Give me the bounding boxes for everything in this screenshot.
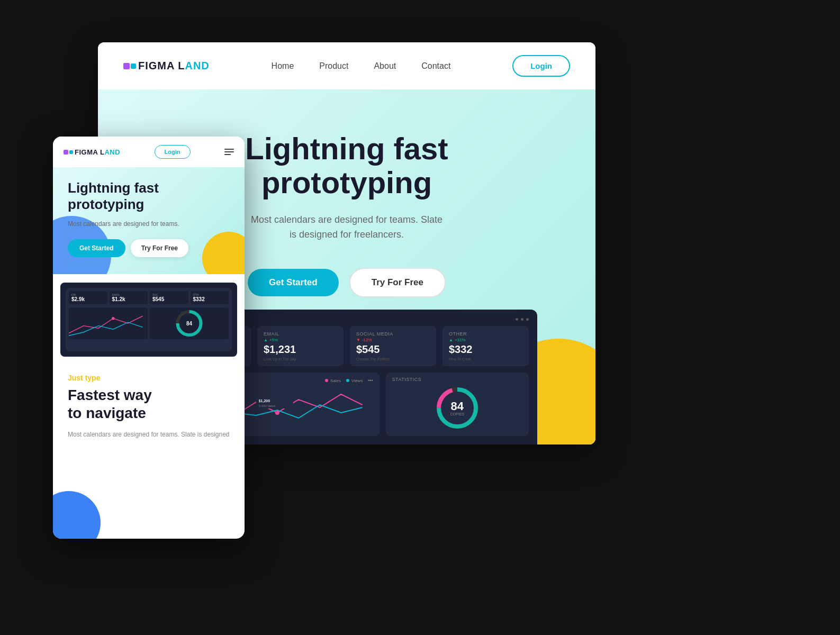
mobile-login-button[interactable]: Login: [155, 145, 191, 159]
chart-more-icon[interactable]: •••: [368, 378, 373, 383]
logo-purple-square: [123, 63, 130, 69]
chart-legend: Sales Views •••: [325, 378, 373, 383]
dot-3: [526, 318, 529, 321]
donut-text: 84 COPIES: [450, 401, 464, 416]
donut-title: STATISTICS: [392, 377, 422, 382]
up-arrow-icon: ▲: [449, 338, 453, 342]
stat-email-change: ▲ +5%: [264, 338, 337, 342]
legend-views: Views: [346, 378, 363, 383]
mobile-chart-row: 84: [66, 307, 232, 342]
mobile-hero-subtitle: Most calendars are designed for teams.: [68, 219, 184, 229]
mobile-dash-stats: DIR $2.9k EMAIL $1.2k SOC $545 OTH $332: [66, 288, 232, 307]
nav-item-product[interactable]: Product: [319, 61, 348, 71]
svg-text:5,032 views: 5,032 views: [259, 404, 276, 407]
mobile-browser-window: FIGMA LAND Login Lightning fast prototyp…: [53, 137, 245, 539]
nav-item-about[interactable]: About: [374, 61, 396, 71]
logo-icon: [123, 63, 136, 69]
views-legend-dot: [346, 379, 349, 382]
mobile-line-chart: [69, 307, 148, 339]
stat-social-sublabel: Choose The Perfect: [356, 357, 430, 361]
main-nav: FIGMA LAND Home Product About Contact Lo…: [98, 42, 595, 89]
nav-item-contact[interactable]: Contact: [421, 61, 450, 71]
mobile-stat-1: DIR $2.9k: [69, 291, 107, 304]
main-login-button[interactable]: Login: [512, 55, 570, 77]
stat-social-value: $545: [356, 343, 430, 356]
up-arrow-icon: ▲: [264, 338, 268, 342]
mobile-section-title: Fastest way to navigate: [68, 386, 230, 422]
mobile-logo-accent: AND: [104, 148, 120, 156]
stat-email-sublabel: Look Up In The Sky: [264, 357, 337, 361]
get-started-button[interactable]: Get Started: [248, 269, 339, 296]
mobile-dash-inner: DIR $2.9k EMAIL $1.2k SOC $545 OTH $332: [66, 288, 232, 351]
try-free-button[interactable]: Try For Free: [349, 268, 446, 297]
donut-number: 84: [450, 401, 464, 412]
stat-social-change: ▼ -12%: [356, 338, 430, 342]
mobile-hero: Lightning fast prototyping Most calendar…: [53, 167, 245, 274]
mobile-stat-4: OTH $332: [191, 291, 229, 304]
mobile-stat-3: SOC $545: [150, 291, 188, 304]
mobile-logo-icon: [64, 150, 73, 155]
stat-social: SOCIAL MEDIA ▼ -12% $545 Choose The Perf…: [350, 326, 436, 366]
mobile-stat-2: EMAIL $1.2k: [110, 291, 148, 304]
mobile-dashboard-preview: DIR $2.9k EMAIL $1.2k SOC $545 OTH $332: [60, 283, 237, 357]
mobile-hero-title: Lightning fast prototyping: [68, 180, 230, 213]
stat-other-value: $332: [449, 343, 522, 356]
donut-copies-label: COPIES: [450, 412, 464, 416]
logo-text-accent: AND: [185, 60, 209, 71]
svg-text:84: 84: [186, 321, 193, 326]
down-arrow-icon: ▼: [356, 338, 360, 342]
svg-point-10: [112, 317, 115, 320]
mobile-bottom-blue-blob: [53, 491, 101, 539]
logo-cyan-square: [131, 64, 136, 69]
mobile-try-free-button[interactable]: Try For Free: [131, 239, 188, 257]
mobile-logo-text: FIGMA LAND: [75, 148, 120, 156]
stat-other-sublabel: How To Cook: [449, 357, 522, 361]
stat-email-label: EMAIL: [264, 331, 337, 337]
menu-line-1: [224, 149, 234, 150]
mobile-donut-svg: 84: [150, 307, 229, 339]
logo-text: FIGMA LAND: [138, 60, 210, 72]
svg-point-3: [275, 411, 279, 415]
mobile-donut-mini: 84: [150, 307, 229, 339]
nav-item-home[interactable]: Home: [272, 61, 294, 71]
dot-2: [521, 318, 523, 321]
menu-line-2: [224, 151, 234, 152]
stat-other: OTHER ▲ +31% $332 How To Cook: [442, 326, 529, 366]
stat-other-change: ▲ +31%: [449, 338, 522, 342]
mobile-hero-buttons: Get Started Try For Free: [68, 239, 230, 257]
legend-sales: Sales: [325, 378, 341, 383]
menu-line-3: [224, 154, 231, 155]
mobile-section-accent: Just type: [68, 374, 230, 382]
donut-center: 84 COPIES: [433, 384, 481, 432]
stat-email: EMAIL ▲ +5% $1,231 Look Up In The Sky: [257, 326, 344, 366]
stat-social-label: SOCIAL MEDIA: [356, 331, 430, 337]
main-navigation: Home Product About Contact: [272, 61, 451, 71]
dot-1: [516, 318, 518, 321]
nav-links-list: Home Product About Contact: [272, 61, 451, 71]
mobile-menu-button[interactable]: [224, 149, 234, 155]
sales-legend-dot: [325, 379, 328, 382]
svg-text:$1,200: $1,200: [259, 399, 270, 403]
main-logo: FIGMA LAND: [123, 60, 210, 72]
mobile-section-text: Most calendars are designed for teams. S…: [68, 430, 230, 440]
mobile-logo-cyan-sq: [69, 150, 73, 154]
donut-chart-card: STATISTICS 84 COPIES: [386, 373, 529, 436]
mobile-logo: FIGMA LAND: [64, 148, 120, 156]
mobile-chart-svg: [69, 307, 148, 339]
hero-subtitle: Most calendars are designed for teams. S…: [246, 212, 447, 243]
stat-email-value: $1,231: [264, 343, 337, 356]
mobile-nav: FIGMA LAND Login: [53, 137, 245, 167]
mobile-get-started-button[interactable]: Get Started: [68, 239, 125, 257]
mobile-second-section: Just type Fastest way to navigate Most c…: [53, 357, 245, 452]
mobile-logo-purple-sq: [64, 150, 68, 155]
stat-other-label: OTHER: [449, 331, 522, 337]
